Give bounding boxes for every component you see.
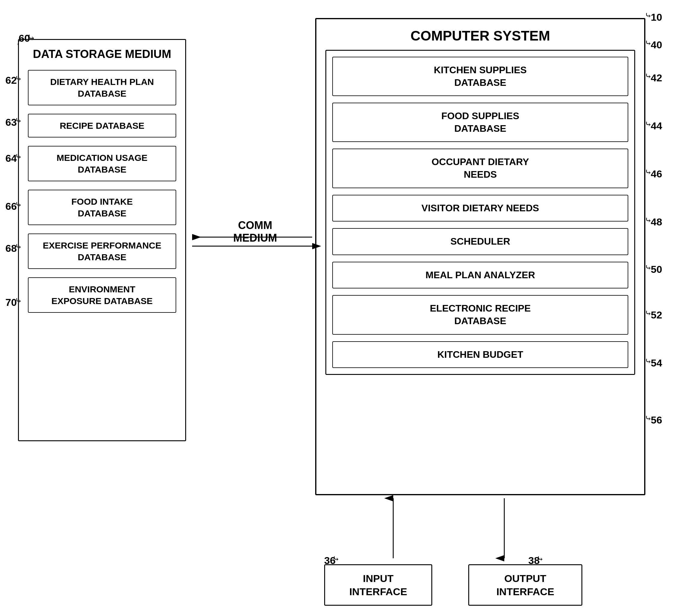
- storage-box: DATA STORAGE MEDIUM DIETARY HEALTH PLAND…: [18, 39, 186, 441]
- ref-50: 50: [651, 264, 662, 275]
- ref-44: 44: [651, 120, 662, 132]
- ref-42: 42: [651, 72, 662, 84]
- storage-item-dietary: DIETARY HEALTH PLANDATABASE: [28, 70, 176, 105]
- computer-item-electronic-recipe: ELECTRONIC RECIPEDATABASE: [332, 295, 628, 334]
- storage-item-food-intake: FOOD INTAKEDATABASE: [28, 190, 176, 225]
- storage-item-medication: MEDICATION USAGEDATABASE: [28, 146, 176, 181]
- computer-items-list: KITCHEN SUPPLIESDATABASE FOOD SUPPLIESDA…: [325, 50, 635, 375]
- ref-48: 48: [651, 216, 662, 228]
- comm-medium-label: COMMMEDIUM: [204, 219, 306, 244]
- computer-item-visitor: VISITOR DIETARY NEEDS: [332, 195, 628, 222]
- input-interface-box: INPUTINTERFACE: [324, 564, 432, 606]
- storage-item-exercise: EXERCISE PERFORMANCEDATABASE: [28, 234, 176, 269]
- ref-10: 10: [651, 11, 662, 23]
- computer-box: COMPUTER SYSTEM KITCHEN SUPPLIESDATABASE…: [315, 18, 645, 495]
- computer-item-meal-plan: MEAL PLAN ANALYZER: [332, 262, 628, 289]
- output-interface-box: OUTPUTINTERFACE: [468, 564, 582, 606]
- computer-item-kitchen-budget: KITCHEN BUDGET: [332, 341, 628, 368]
- ref-54: 54: [651, 357, 662, 369]
- storage-title: DATA STORAGE MEDIUM: [19, 40, 185, 67]
- storage-item-recipe: RECIPE DATABASE: [28, 114, 176, 138]
- ref-56: 56: [651, 414, 662, 426]
- ref-40: 40: [651, 39, 662, 51]
- computer-item-kitchen-supplies: KITCHEN SUPPLIESDATABASE: [332, 57, 628, 96]
- computer-title: COMPUTER SYSTEM: [317, 19, 644, 50]
- diagram: DATA STORAGE MEDIUM DIETARY HEALTH PLAND…: [0, 0, 700, 612]
- storage-item-environment: ENVIRONMENTEXPOSURE DATABASE: [28, 277, 176, 313]
- storage-items-list: DIETARY HEALTH PLANDATABASE RECIPE DATAB…: [19, 67, 185, 322]
- ref-52: 52: [651, 309, 662, 321]
- computer-item-food-supplies: FOOD SUPPLIESDATABASE: [332, 103, 628, 142]
- ref-46: 46: [651, 168, 662, 180]
- computer-item-scheduler: SCHEDULER: [332, 228, 628, 255]
- computer-item-occupant: OCCUPANT DIETARYNEEDS: [332, 149, 628, 188]
